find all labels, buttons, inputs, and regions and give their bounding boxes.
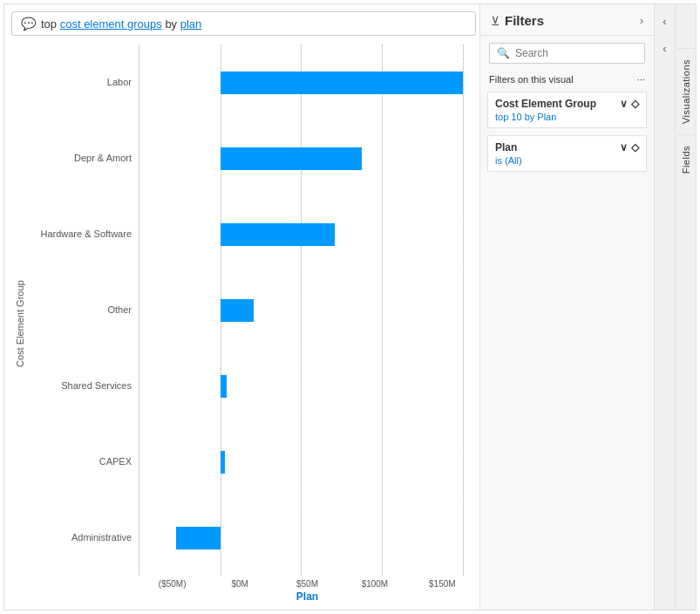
label-shared: Shared Services (25, 380, 132, 392)
side-tabs: Visualizations Fields (675, 4, 696, 610)
x-axis: ($50M) $0M $50M $100M $150M Plan (25, 576, 476, 603)
bar-row-hw (139, 219, 476, 250)
filter-card-2-icons: ∨ ◇ (620, 141, 639, 154)
x-tick-0: $0M (206, 579, 273, 589)
bar-depr (221, 147, 362, 170)
chart-area: 💬 top cost element groups by plan Cost E… (4, 4, 479, 610)
label-admin: Administrative (25, 532, 132, 543)
bar-row-capex (139, 447, 476, 478)
filter-card-2-chevron[interactable]: ∨ (620, 141, 628, 154)
bar-capex (221, 451, 226, 474)
filters-on-visual-dots[interactable]: ··· (637, 74, 645, 85)
filter-card-1-header: Cost Element Group ∨ ◇ (495, 98, 639, 110)
bar-row-other (139, 295, 476, 326)
x-tick-50: $50M (274, 579, 341, 589)
search-input[interactable] (515, 47, 646, 59)
search-box[interactable]: 🔍 (489, 43, 645, 64)
filters-panel: ⊻ Filters › 🔍 Filters on this visual ···… (479, 4, 654, 610)
bars-and-labels: Labor Depr & Amort Hardware & Software O… (25, 44, 476, 576)
x-tick-neg50: ($50M) (139, 579, 206, 589)
filters-header: ⊻ Filters › (480, 4, 654, 36)
bar-row-shared (139, 371, 476, 402)
x-tick-100: $100M (341, 579, 408, 589)
query-bar[interactable]: 💬 top cost element groups by plan (11, 11, 476, 36)
label-other: Other (25, 304, 132, 316)
query-text: top cost element groups by plan (41, 17, 201, 31)
category-labels: Labor Depr & Amort Hardware & Software O… (25, 44, 139, 576)
filter-card-2-clear[interactable]: ◇ (631, 141, 639, 154)
right-arrows: ‹ ‹ (654, 4, 675, 610)
x-axis-ticks: ($50M) $0M $50M $100M $150M (25, 579, 476, 589)
bar-admin (176, 527, 220, 549)
collapse-arrow-1[interactable]: ‹ (655, 8, 675, 35)
bar-row-labor (139, 67, 476, 99)
bar-shared (221, 375, 228, 398)
x-tick-150: $150M (409, 579, 476, 589)
x-axis-title: Plan (25, 590, 476, 603)
filter-card-2-header: Plan ∨ ◇ (495, 141, 639, 154)
filter-card-1-icons: ∨ ◇ (620, 98, 639, 110)
highlight-cost: cost element groups (60, 17, 162, 31)
filters-on-visual-label: Filters on this visual (489, 74, 574, 85)
search-icon: 🔍 (497, 47, 510, 59)
tab-fields[interactable]: Fields (677, 134, 695, 184)
funnel-icon: ⊻ (491, 14, 500, 28)
label-hw: Hardware & Software (25, 229, 132, 240)
bars-container (139, 44, 476, 576)
highlight-plan: plan (180, 17, 202, 31)
bar-row-depr (139, 143, 476, 174)
filter-card-1-sub: top 10 by Plan (495, 112, 639, 122)
y-axis-label: Cost Element Group (11, 44, 25, 603)
chart-inner: Labor Depr & Amort Hardware & Software O… (25, 44, 476, 603)
collapse-arrow-2[interactable]: ‹ (655, 35, 675, 62)
filter-card-2[interactable]: Plan ∨ ◇ is (All) (487, 135, 647, 172)
filters-on-visual-row: Filters on this visual ··· (480, 71, 654, 88)
query-icon: 💬 (21, 17, 36, 31)
bar-other (221, 299, 255, 322)
filter-card-2-name: Plan (495, 141, 517, 154)
bar-row-admin (139, 522, 476, 554)
tab-visualizations[interactable]: Visualizations (677, 48, 695, 134)
bar-hw (221, 223, 335, 246)
filter-card-1-chevron[interactable]: ∨ (620, 98, 628, 110)
filter-card-1[interactable]: Cost Element Group ∨ ◇ top 10 by Plan (487, 92, 647, 128)
label-capex: CAPEX (25, 456, 132, 467)
filters-title: Filters (505, 13, 544, 28)
label-labor: Labor (25, 77, 132, 88)
filters-title-row: ⊻ Filters (491, 13, 544, 28)
bar-labor (221, 72, 463, 94)
filter-card-1-clear[interactable]: ◇ (631, 98, 639, 110)
label-depr: Depr & Amort (25, 153, 132, 164)
filter-card-2-sub: is (All) (495, 155, 639, 166)
filters-expand-chevron[interactable]: › (640, 15, 643, 27)
chart-wrapper: Cost Element Group Labor Depr & Amort Ha… (11, 44, 476, 603)
filter-card-1-name: Cost Element Group (495, 98, 596, 110)
